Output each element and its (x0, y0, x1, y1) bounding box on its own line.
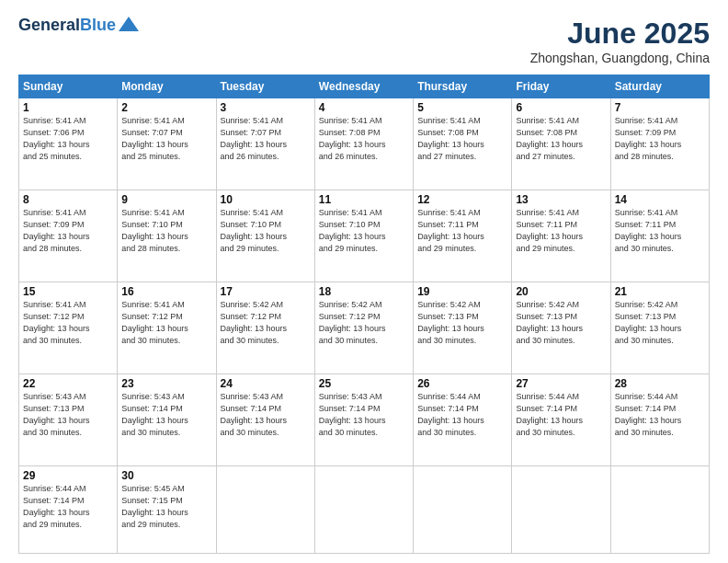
location: Zhongshan, Guangdong, China (530, 51, 710, 65)
day-number: 12 (417, 193, 507, 206)
logo-text: GeneralBlue (18, 17, 116, 35)
day-number: 25 (319, 377, 409, 390)
day-info: Sunrise: 5:43 AM Sunset: 7:14 PM Dayligh… (121, 391, 211, 439)
col-friday: Friday (512, 75, 610, 98)
calendar-header-row: Sunday Monday Tuesday Wednesday Thursday… (19, 75, 710, 98)
col-tuesday: Tuesday (216, 75, 314, 98)
day-info: Sunrise: 5:41 AM Sunset: 7:07 PM Dayligh… (221, 115, 311, 163)
day-number: 13 (516, 193, 606, 206)
table-row: 22Sunrise: 5:43 AM Sunset: 7:13 PM Dayli… (19, 373, 118, 465)
table-row: 4Sunrise: 5:41 AM Sunset: 7:08 PM Daylig… (314, 98, 413, 190)
table-row: 18Sunrise: 5:42 AM Sunset: 7:12 PM Dayli… (314, 282, 413, 373)
day-number: 3 (221, 101, 311, 114)
day-number: 20 (516, 285, 606, 298)
day-number: 19 (417, 285, 507, 298)
day-info: Sunrise: 5:42 AM Sunset: 7:12 PM Dayligh… (221, 299, 311, 347)
day-number: 11 (319, 193, 409, 206)
col-wednesday: Wednesday (314, 75, 413, 98)
day-number: 16 (121, 285, 211, 298)
page: GeneralBlue June 2025 Zhongshan, Guangdo… (0, 0, 728, 563)
day-number: 6 (516, 101, 606, 114)
table-row: 9Sunrise: 5:41 AM Sunset: 7:10 PM Daylig… (118, 190, 216, 282)
day-info: Sunrise: 5:41 AM Sunset: 7:09 PM Dayligh… (615, 115, 705, 163)
day-number: 27 (516, 377, 606, 390)
day-info: Sunrise: 5:44 AM Sunset: 7:14 PM Dayligh… (615, 391, 705, 439)
day-info: Sunrise: 5:41 AM Sunset: 7:07 PM Dayligh… (121, 115, 211, 163)
day-info: Sunrise: 5:44 AM Sunset: 7:14 PM Dayligh… (23, 483, 113, 531)
day-number: 26 (417, 377, 507, 390)
day-number: 18 (319, 285, 409, 298)
table-row: 3Sunrise: 5:41 AM Sunset: 7:07 PM Daylig… (216, 98, 314, 190)
table-row: 23Sunrise: 5:43 AM Sunset: 7:14 PM Dayli… (118, 373, 216, 465)
day-number: 28 (615, 377, 705, 390)
logo: GeneralBlue (18, 17, 139, 35)
col-sunday: Sunday (19, 75, 118, 98)
table-row: 8Sunrise: 5:41 AM Sunset: 7:09 PM Daylig… (19, 190, 118, 282)
table-row: 17Sunrise: 5:42 AM Sunset: 7:12 PM Dayli… (216, 282, 314, 373)
title-block: June 2025 Zhongshan, Guangdong, China (530, 17, 710, 65)
day-info: Sunrise: 5:43 AM Sunset: 7:13 PM Dayligh… (23, 391, 113, 439)
day-number: 8 (23, 193, 113, 206)
table-row: 20Sunrise: 5:42 AM Sunset: 7:13 PM Dayli… (512, 282, 610, 373)
table-row: 29Sunrise: 5:44 AM Sunset: 7:14 PM Dayli… (19, 465, 118, 553)
day-info: Sunrise: 5:42 AM Sunset: 7:12 PM Dayligh… (319, 299, 409, 347)
table-row (414, 465, 512, 553)
day-number: 9 (121, 193, 211, 206)
table-row: 30Sunrise: 5:45 AM Sunset: 7:15 PM Dayli… (118, 465, 216, 553)
day-number: 5 (417, 101, 507, 114)
day-number: 17 (221, 285, 311, 298)
table-row: 2Sunrise: 5:41 AM Sunset: 7:07 PM Daylig… (118, 98, 216, 190)
table-row: 13Sunrise: 5:41 AM Sunset: 7:11 PM Dayli… (512, 190, 610, 282)
table-row: 7Sunrise: 5:41 AM Sunset: 7:09 PM Daylig… (610, 98, 709, 190)
table-row: 25Sunrise: 5:43 AM Sunset: 7:14 PM Dayli… (314, 373, 413, 465)
day-info: Sunrise: 5:44 AM Sunset: 7:14 PM Dayligh… (516, 391, 606, 439)
day-info: Sunrise: 5:41 AM Sunset: 7:08 PM Dayligh… (417, 115, 507, 163)
table-row: 5Sunrise: 5:41 AM Sunset: 7:08 PM Daylig… (414, 98, 512, 190)
day-number: 7 (615, 101, 705, 114)
day-number: 2 (121, 101, 211, 114)
day-info: Sunrise: 5:41 AM Sunset: 7:10 PM Dayligh… (221, 207, 311, 255)
day-info: Sunrise: 5:43 AM Sunset: 7:14 PM Dayligh… (221, 391, 311, 439)
table-row: 21Sunrise: 5:42 AM Sunset: 7:13 PM Dayli… (610, 282, 709, 373)
table-row: 16Sunrise: 5:41 AM Sunset: 7:12 PM Dayli… (118, 282, 216, 373)
calendar-week-row: 8Sunrise: 5:41 AM Sunset: 7:09 PM Daylig… (19, 190, 710, 282)
calendar-week-row: 22Sunrise: 5:43 AM Sunset: 7:13 PM Dayli… (19, 373, 710, 465)
day-number: 14 (615, 193, 705, 206)
month-title: June 2025 (530, 17, 710, 51)
day-number: 24 (221, 377, 311, 390)
table-row: 10Sunrise: 5:41 AM Sunset: 7:10 PM Dayli… (216, 190, 314, 282)
table-row: 6Sunrise: 5:41 AM Sunset: 7:08 PM Daylig… (512, 98, 610, 190)
day-info: Sunrise: 5:41 AM Sunset: 7:06 PM Dayligh… (23, 115, 113, 163)
day-info: Sunrise: 5:42 AM Sunset: 7:13 PM Dayligh… (417, 299, 507, 347)
table-row (216, 465, 314, 553)
day-info: Sunrise: 5:41 AM Sunset: 7:11 PM Dayligh… (615, 207, 705, 255)
day-info: Sunrise: 5:41 AM Sunset: 7:10 PM Dayligh… (319, 207, 409, 255)
day-info: Sunrise: 5:43 AM Sunset: 7:14 PM Dayligh… (319, 391, 409, 439)
day-info: Sunrise: 5:44 AM Sunset: 7:14 PM Dayligh… (417, 391, 507, 439)
day-info: Sunrise: 5:41 AM Sunset: 7:09 PM Dayligh… (23, 207, 113, 255)
day-number: 21 (615, 285, 705, 298)
day-number: 15 (23, 285, 113, 298)
table-row: 19Sunrise: 5:42 AM Sunset: 7:13 PM Dayli… (414, 282, 512, 373)
day-info: Sunrise: 5:41 AM Sunset: 7:08 PM Dayligh… (516, 115, 606, 163)
day-info: Sunrise: 5:41 AM Sunset: 7:08 PM Dayligh… (319, 115, 409, 163)
day-info: Sunrise: 5:41 AM Sunset: 7:12 PM Dayligh… (23, 299, 113, 347)
col-saturday: Saturday (610, 75, 709, 98)
day-info: Sunrise: 5:41 AM Sunset: 7:12 PM Dayligh… (121, 299, 211, 347)
calendar-week-row: 29Sunrise: 5:44 AM Sunset: 7:14 PM Dayli… (19, 465, 710, 553)
table-row: 12Sunrise: 5:41 AM Sunset: 7:11 PM Dayli… (414, 190, 512, 282)
table-row: 11Sunrise: 5:41 AM Sunset: 7:10 PM Dayli… (314, 190, 413, 282)
col-thursday: Thursday (414, 75, 512, 98)
day-number: 30 (121, 469, 211, 482)
day-info: Sunrise: 5:41 AM Sunset: 7:10 PM Dayligh… (121, 207, 211, 255)
table-row (610, 465, 709, 553)
calendar-week-row: 1Sunrise: 5:41 AM Sunset: 7:06 PM Daylig… (19, 98, 710, 190)
table-row: 28Sunrise: 5:44 AM Sunset: 7:14 PM Dayli… (610, 373, 709, 465)
day-info: Sunrise: 5:41 AM Sunset: 7:11 PM Dayligh… (516, 207, 606, 255)
svg-marker-0 (119, 17, 139, 31)
table-row: 24Sunrise: 5:43 AM Sunset: 7:14 PM Dayli… (216, 373, 314, 465)
day-info: Sunrise: 5:42 AM Sunset: 7:13 PM Dayligh… (516, 299, 606, 347)
day-number: 23 (121, 377, 211, 390)
header: GeneralBlue June 2025 Zhongshan, Guangdo… (18, 17, 710, 65)
day-number: 4 (319, 101, 409, 114)
